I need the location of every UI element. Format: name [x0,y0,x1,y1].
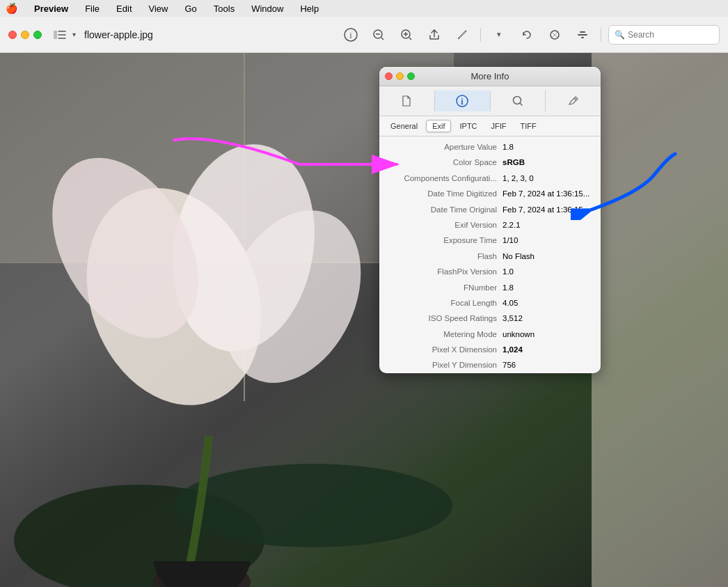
table-row: Components Configurati...1, 2, 3, 0 [379,171,601,186]
search-field[interactable]: 🔍 [608,25,720,45]
tab-jfif[interactable]: JFIF [486,120,512,132]
data-value-13: 1,024 [503,343,592,356]
menu-preview[interactable]: Preview [31,2,71,15]
search-input[interactable] [628,30,713,40]
data-value-11: 3,512 [503,312,592,324]
table-row: Focal Length4.05 [379,295,601,311]
panel-fullscreen-button[interactable] [407,72,415,80]
menu-file[interactable]: File [82,2,102,15]
sidebar-toggle-button[interactable] [50,25,70,45]
table-row: Exif Version2.2.1 [379,217,601,233]
title-bar: ▾ flower-apple.jpg i ▾ 🔍 [0,17,728,53]
photo-background [0,53,728,587]
table-row: FNumber1.8 [379,280,601,295]
chevron-down-toolbar-icon[interactable]: ▾ [488,24,510,46]
table-row: Exposure Time1/10 [379,233,601,248]
menu-window[interactable]: Window [248,2,286,15]
svg-rect-23 [592,53,728,587]
table-row: Metering Modeunknown [379,327,601,342]
rotate-button[interactable] [516,24,538,46]
menu-view[interactable]: View [146,2,171,15]
tab-iptc[interactable]: IPTC [454,120,482,132]
data-key-4: Date Time Original [388,203,503,216]
svg-text:i: i [349,31,352,40]
data-value-5: 2.2.1 [503,219,592,231]
data-key-0: Aperture Value [388,141,503,153]
table-row: FlashPix Version1.0 [379,264,601,279]
share-button[interactable] [423,24,445,46]
svg-line-37 [574,98,576,100]
document-filename: flower-apple.jpg [84,29,153,40]
panel-info-icon-button[interactable]: i [435,91,491,111]
svg-point-25 [174,464,452,547]
fullscreen-button[interactable] [33,31,42,39]
data-value-12: unknown [503,328,592,341]
panel-edit-icon-button[interactable] [546,91,601,111]
data-value-8: 1.0 [503,265,592,278]
zoom-in-button[interactable] [395,24,418,46]
data-key-3: Date Time Digitized [388,187,503,200]
apple-menu-icon[interactable]: 🍎 [6,3,17,14]
panel-minimize-button[interactable] [396,72,404,80]
data-value-9: 1.8 [503,281,592,294]
auto-adjust-button[interactable] [571,24,594,46]
data-value-7: No Flash [503,250,592,263]
svg-rect-0 [54,31,57,39]
more-info-panel: More Info i General Exif IPTC JFIF TIFF [379,67,601,373]
data-key-5: Exif Version [388,219,503,231]
data-key-9: FNumber [388,281,503,294]
data-value-14: 756 [503,359,592,371]
chevron-down-icon[interactable]: ▾ [72,31,76,38]
table-row: Date Time DigitizedFeb 7, 2024 at 1:36:1… [379,186,601,201]
exif-data-table: Aperture Value1.8Color SpacesRGBComponen… [379,136,601,373]
minimize-button[interactable] [21,31,29,39]
svg-line-12 [409,38,411,40]
data-value-1: sRGB [503,156,592,169]
close-button[interactable] [8,31,17,39]
menu-help[interactable]: Help [297,2,322,15]
data-key-10: Focal Length [388,297,503,309]
data-key-2: Components Configurati... [388,172,503,185]
data-value-2: 1, 2, 3, 0 [503,172,592,185]
data-key-6: Exposure Time [388,234,503,246]
table-row: Pixel Y Dimension756 [379,357,601,373]
panel-search-icon-button[interactable] [491,91,546,111]
table-row: Color SpacesRGB [379,155,601,170]
panel-toolbar: i [379,86,601,116]
table-row: ISO Speed Ratings3,512 [379,311,601,326]
data-value-6: 1/10 [503,234,592,246]
menu-bar: 🍎 Preview File Edit View Go Tools Window… [0,0,728,17]
crop-button[interactable] [544,24,566,46]
table-row: Date Time OriginalFeb 7, 2024 at 1:36:15… [379,202,601,217]
data-key-8: FlashPix Version [388,265,503,278]
traffic-lights [8,31,42,39]
panel-title-text: More Info [471,71,509,81]
data-key-1: Color Space [388,156,503,169]
data-key-7: Flash [388,250,503,263]
menu-tools[interactable]: Tools [211,2,237,15]
svg-line-36 [520,103,522,105]
table-row: FlashNo Flash [379,249,601,264]
markup-button[interactable] [451,24,473,46]
panel-close-button[interactable] [385,72,393,80]
panel-file-icon-button[interactable] [379,91,435,111]
search-icon: 🔍 [615,30,625,40]
data-value-10: 4.05 [503,297,592,309]
table-row: Pixel X Dimension1,024 [379,342,601,357]
panel-traffic-lights [385,72,415,80]
menu-go[interactable]: Go [182,2,199,15]
zoom-out-button[interactable] [367,24,390,46]
data-value-0: 1.8 [503,141,592,153]
tab-bar: General Exif IPTC JFIF TIFF [379,116,601,136]
svg-rect-15 [580,31,585,33]
tab-general[interactable]: General [385,120,423,132]
content-area: More Info i General Exif IPTC JFIF TIFF [0,53,728,587]
data-key-14: Pixel Y Dimension [388,359,503,371]
menu-edit[interactable]: Edit [113,2,134,15]
tab-exif[interactable]: Exif [426,120,451,132]
info-toolbar-button[interactable]: i [340,24,362,46]
svg-rect-16 [581,37,584,38]
data-key-13: Pixel X Dimension [388,343,503,356]
data-value-3: Feb 7, 2024 at 1:36:15... [503,187,592,200]
tab-tiff[interactable]: TIFF [515,120,542,132]
